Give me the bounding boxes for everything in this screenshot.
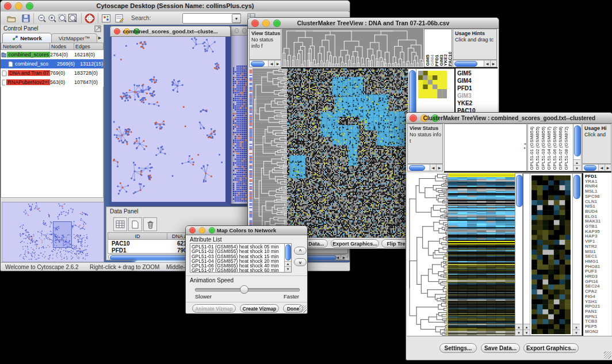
- tv1-status-hscrollbar[interactable]: ◀ ▶: [249, 60, 281, 67]
- attribute-list-item[interactable]: GPL51-07 (GSM868) heat shock 60 min: [192, 268, 291, 273]
- settings-button[interactable]: Settings...: [439, 343, 477, 353]
- delete-attribute-trash-icon[interactable]: [143, 217, 157, 231]
- tv2-labels-vscrollbar[interactable]: ▲ ▼: [573, 124, 581, 171]
- scroll-down-icon[interactable]: ▼: [573, 165, 580, 171]
- zoom-fit-icon[interactable]: [68, 13, 78, 23]
- faster-label: Faster: [284, 293, 299, 300]
- tv2-column-dendrogram-area[interactable]: ◂▸: [444, 124, 527, 171]
- zoom-selected-icon[interactable]: [58, 13, 68, 23]
- scroll-right-icon[interactable]: ▶: [605, 164, 611, 171]
- tv2-hints-hscrollbar[interactable]: ◀ ▶: [582, 164, 611, 171]
- treeview1-titlebar[interactable]: ClusterMaker TreeView : DNA and Tran 07-…: [248, 18, 499, 29]
- gene-label[interactable]: GIM5: [457, 70, 498, 77]
- gene-label[interactable]: GIM4: [457, 77, 498, 85]
- scroll-down-icon[interactable]: ▼: [573, 329, 580, 335]
- help-lifering-icon[interactable]: [85, 13, 95, 24]
- col-header-nodes[interactable]: Nodes: [50, 43, 74, 50]
- overview-viewport-rect[interactable]: [53, 221, 72, 248]
- resize-grip[interactable]: [604, 351, 611, 359]
- main-titlebar[interactable]: Cytoscape Desktop (Session Name: collins…: [1, 1, 350, 12]
- scroll-down-icon[interactable]: ▼: [523, 329, 530, 335]
- network1-titlebar[interactable]: combined_scores_good.txt--cluste...: [110, 26, 231, 37]
- tv1-hints-hscrollbar[interactable]: ◀ ▶: [453, 60, 497, 67]
- minimize-icon[interactable]: [242, 28, 246, 33]
- move-up-button[interactable]: ^: [294, 247, 307, 255]
- open-file-icon[interactable]: [6, 14, 17, 23]
- network-row-rnapuber[interactable]: RNAPuberNov2+! 563(0) 107847(0): [1, 78, 104, 87]
- col-header-network[interactable]: Network: [1, 43, 50, 50]
- scroll-right-icon[interactable]: ▶: [436, 164, 442, 171]
- close-icon[interactable]: [235, 28, 239, 33]
- tv1-heatmap-canvas[interactable]: [287, 68, 408, 237]
- data-col-id[interactable]: ID: [108, 232, 167, 240]
- tv2-zoom-left-scrollbar[interactable]: ▲ ▼: [523, 174, 530, 335]
- attribute-table-icon[interactable]: [113, 217, 127, 231]
- network-row-combined-sco-selected[interactable]: combined_sco 2569(6) 13112(15): [1, 59, 104, 68]
- col-header-edges[interactable]: Edges: [74, 43, 104, 50]
- save-data-button[interactable]: Save Data...: [481, 343, 520, 353]
- scroll-left-icon[interactable]: ◀: [268, 60, 274, 67]
- status-zoom-hint: Right-click + drag to ZOOM: [90, 264, 159, 270]
- gene-label[interactable]: PFD1: [457, 85, 498, 92]
- new-attribute-icon[interactable]: [128, 217, 142, 231]
- scroll-up-icon[interactable]: ▲: [573, 159, 580, 165]
- attribute-list[interactable]: GPL51-01 (GSM854) heat shock 05 minGPL51…: [190, 243, 292, 273]
- tab-overflow-icon[interactable]: ▶: [97, 34, 103, 41]
- tv2-heatmap-canvas[interactable]: [448, 173, 515, 336]
- attribute-list-scrollbar[interactable]: ▲ ▼: [284, 244, 291, 272]
- float-panel-icon[interactable]: [94, 25, 101, 32]
- network-row-dna-tran[interactable]: DNA and Tran 07 769(0) 183728(0): [1, 68, 104, 78]
- tv2-zoom-right-scrollbar[interactable]: ▲ ▼: [572, 174, 580, 335]
- scroll-right-icon[interactable]: ▶: [490, 60, 496, 67]
- scroll-left-icon[interactable]: ◀: [598, 164, 605, 171]
- resize-grip[interactable]: [299, 305, 307, 313]
- scroll-up-icon[interactable]: ▲: [523, 324, 530, 329]
- tv2-col-label: GPL51-03 (GSM856): [541, 127, 546, 170]
- tv2-status-hscrollbar[interactable]: ◀ ▶: [407, 164, 443, 171]
- scroll-right-icon[interactable]: ▶: [274, 60, 281, 67]
- move-down-button[interactable]: v: [294, 258, 307, 266]
- scroll-up-icon[interactable]: ▲: [573, 324, 580, 329]
- tv1-correlation-matrix-canvas[interactable]: [418, 71, 447, 98]
- tab-vizmapper[interactable]: VizMapper™: [51, 33, 97, 43]
- tv2-heatmap-vscrollbar[interactable]: ▲ ▼: [515, 173, 523, 336]
- animation-speed-slider-thumb[interactable]: [240, 285, 248, 294]
- export-graphics-button[interactable]: Export Graphics...: [523, 343, 579, 353]
- tv1-column-labels-panel: GIM5 GIM4 PFD1 GIM3 YKE2 PAC10: [424, 29, 452, 67]
- gene-label[interactable]: MON2: [585, 329, 611, 335]
- tv2-view-status-title: View Status: [410, 125, 438, 131]
- zoom-out-icon[interactable]: [37, 13, 47, 23]
- tv2-usage-hints-body: Click and: [584, 132, 606, 137]
- scroll-left-icon[interactable]: ◀: [430, 164, 436, 171]
- search-dropdown-icon[interactable]: ▾: [232, 14, 241, 23]
- network-row-combined-scores[interactable]: combined_scores 2764(0) 16218(0): [1, 50, 104, 59]
- tv2-row-dendrogram-canvas[interactable]: [407, 173, 448, 336]
- treeview2-titlebar[interactable]: ClusterMaker TreeView : combined_scores_…: [406, 113, 612, 124]
- gene-label[interactable]: GIM3: [457, 92, 498, 99]
- scroll-up-icon[interactable]: ▲: [515, 324, 522, 329]
- create-vizmap-button[interactable]: Create Vizmap: [240, 304, 279, 313]
- network-list-empty-area[interactable]: [1, 87, 104, 198]
- tv2-gene-list[interactable]: PFD1YRA1RNR4MSL1SPC98CLN1NIS1BUD4ELG1MAK…: [582, 173, 611, 336]
- dialog-titlebar[interactable]: Map Colors to Network: [186, 226, 307, 235]
- tv1-row-dendrogram-canvas[interactable]: [253, 68, 287, 237]
- save-session-icon[interactable]: [21, 14, 30, 23]
- network-grid-icon[interactable]: [101, 14, 111, 23]
- network-overview-panel[interactable]: [2, 202, 104, 262]
- pan-arrows-icon[interactable]: ◂▸: [524, 141, 526, 150]
- network-overview-canvas[interactable]: [2, 202, 102, 260]
- scroll-left-icon[interactable]: ◀: [484, 60, 490, 67]
- tv1-view-status-body: No status info f: [251, 37, 273, 49]
- scroll-down-icon[interactable]: ▼: [285, 266, 291, 272]
- scroll-right-icon[interactable]: ▶: [341, 255, 347, 259]
- gene-label[interactable]: YKE2: [457, 99, 498, 107]
- zoom-in-icon[interactable]: [47, 13, 58, 23]
- animate-vizmap-button[interactable]: Animate Vizmap: [192, 304, 236, 313]
- export-graphics-button[interactable]: Export Graphics...: [331, 239, 379, 248]
- annotation-doc-icon[interactable]: [114, 14, 124, 23]
- tv1-column-dendrogram-canvas[interactable]: [282, 29, 423, 67]
- tv2-zoom-heatmap-canvas[interactable]: [531, 175, 571, 334]
- tab-network[interactable]: Network: [2, 33, 52, 43]
- network-view-1-canvas[interactable]: [112, 37, 225, 202]
- scroll-down-icon[interactable]: ▼: [515, 329, 522, 335]
